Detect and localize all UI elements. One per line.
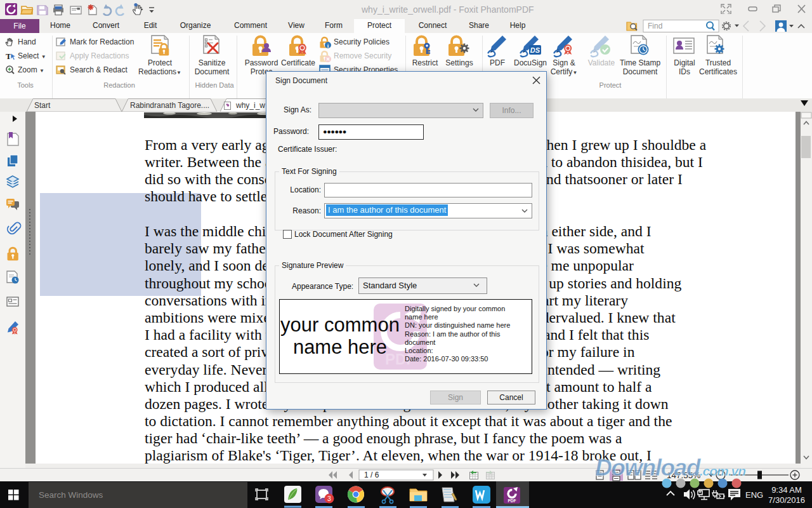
svg-text:why_i_w: why_i_w xyxy=(235,101,265,110)
svg-text:Search Windows: Search Windows xyxy=(39,490,103,500)
svg-text:T: T xyxy=(6,51,11,61)
svg-text:7/30/2016: 7/30/2016 xyxy=(768,495,805,505)
svg-text:ENG: ENG xyxy=(745,490,763,500)
svg-text:Rabindranath Tagore....: Rabindranath Tagore.... xyxy=(130,101,209,110)
svg-text:3: 3 xyxy=(327,495,331,502)
svg-text:147.55%: 147.55% xyxy=(667,471,700,480)
svg-text:DS: DS xyxy=(530,46,540,54)
svg-text:1 / 6: 1 / 6 xyxy=(364,471,379,479)
svg-text:PDF: PDF xyxy=(508,498,516,503)
svg-text:Start: Start xyxy=(34,101,51,110)
svg-text:Find: Find xyxy=(648,22,662,30)
svg-text:9:34 AM: 9:34 AM xyxy=(771,485,802,495)
